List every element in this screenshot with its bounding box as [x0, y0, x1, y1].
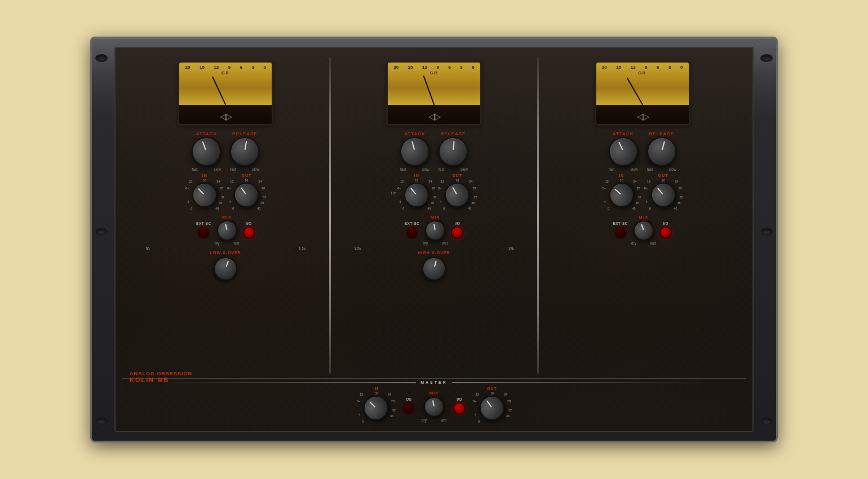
inout-row-high: IN 16 24 28 32 36 40 12 8– 4 — [542, 174, 742, 212]
high-vu-meter: 20 15 12 9 6 3 0 GR — [595, 61, 690, 126]
inout-mid: IN 16 24 28 32 36 40 12 8– — [397, 174, 477, 212]
out-label-mid: OUT — [452, 174, 462, 178]
out-knob-mid[interactable] — [440, 178, 474, 212]
os-label: OS — [406, 397, 411, 401]
mix-knob-high[interactable] — [631, 218, 657, 243]
master-out-knob[interactable] — [475, 391, 509, 425]
main-panel: 20 15 12 9 6 3 0 GR — [114, 47, 754, 432]
io-group-high: I/O — [659, 221, 672, 239]
master-dry-wet: dry wet — [422, 418, 446, 422]
mid-vu-meter: 20 15 12 9 6 3 0 GR — [386, 61, 482, 126]
attack-release-row-low: ATTACK fast slow RELEASE fast — [192, 131, 259, 171]
attack-speed-high: fast slow — [609, 167, 638, 171]
vu-scale-high: 20 15 12 9 6 3 0 — [601, 65, 684, 70]
master-controls: IN 16 24 28 32 36 12 8– 4 0 — [356, 387, 512, 425]
master-out-scale: 16 24 28 32 36 12 8– 4 0 — [475, 391, 510, 425]
mix-knob-low[interactable] — [215, 218, 240, 243]
io-button-low[interactable] — [243, 227, 255, 239]
release-label-high: RELEASE — [649, 131, 674, 136]
os-group: OS — [402, 397, 415, 415]
master-mix-group: MIX dry wet — [422, 391, 446, 422]
release-group-mid: RELEASE fast slow — [439, 131, 468, 171]
io-button-high[interactable] — [659, 227, 672, 239]
attack-group-high: ATTACK fast slow — [609, 131, 638, 171]
xover-knob-low[interactable] — [210, 254, 241, 284]
dry-wet-mid: dry wet — [423, 241, 448, 245]
attack-knob-high[interactable] — [604, 132, 643, 171]
release-label-mid: RELEASE — [441, 131, 466, 136]
xover-mid: 1.2k 12k HIGH X-OVER — [334, 247, 534, 283]
out-knob-group-mid: OUT 16 24 28 32 36 40 12 8– — [437, 174, 477, 212]
attack-knob-mid[interactable] — [397, 134, 433, 170]
rack-unit: 20 15 12 9 6 3 0 GR — [90, 37, 778, 442]
mix-group-low: MIX dry wet — [215, 215, 240, 245]
attack-release-row-mid: ATTACK fast slow RELEASE fast — [400, 131, 468, 171]
master-label: MASTER — [420, 380, 448, 384]
extsc-label-low: EXT-SC — [196, 221, 211, 225]
mix-knob-mid[interactable] — [423, 219, 447, 242]
io-label-high: I/O — [663, 221, 668, 225]
rack-hole-br — [760, 417, 773, 425]
io-button-mid[interactable] — [451, 227, 463, 239]
mix-group-mid: MIX dry wet — [423, 215, 448, 245]
master-line-left — [158, 382, 416, 383]
branding: ANALOG OBSESSION KOLIN MB — [130, 371, 192, 383]
in-knob-low[interactable] — [187, 178, 222, 212]
os-button[interactable] — [402, 402, 415, 415]
mix-label-low: MIX — [222, 215, 232, 220]
in-scale-ring-mid: 16 24 28 32 36 40 12 8– 4 0 — [399, 178, 434, 212]
io-group-low: I/O — [243, 221, 255, 239]
vu-needle-mid — [423, 76, 434, 105]
io-label-low: I/O — [246, 221, 251, 225]
in-knob-high[interactable] — [604, 178, 639, 212]
out-scale-ring-high: 16 24 28 32 36 40 12 8– 4 0 — [646, 178, 681, 212]
in-label-high: IN — [619, 174, 624, 178]
master-in-label: IN — [374, 387, 379, 391]
release-knob-low[interactable] — [228, 135, 262, 168]
out-knob-group-low: OUT 16 24 28 32 36 40 12 8– 4 — [227, 174, 266, 212]
xover-knob-mid[interactable] — [419, 254, 448, 283]
out-knob-group-high: OUT 16 24 28 32 36 40 12 8– 4 — [644, 174, 683, 212]
io-group-mid: I/O — [451, 221, 463, 239]
master-io-label: I/O — [457, 397, 462, 401]
rack-hole-tl — [95, 54, 108, 62]
master-out-label: OUT — [487, 387, 497, 391]
dry-wet-high: dry wet — [631, 241, 656, 245]
xover-label-low: LOW X-OVER — [210, 251, 241, 255]
extsc-group-high: EXT-SC — [613, 221, 627, 239]
attack-group-low: ATTACK fast slow — [192, 131, 221, 171]
release-knob-high[interactable] — [644, 134, 680, 170]
release-speed-labels-low: fast slow — [230, 167, 259, 171]
mix-group-high: MIX dry wet — [631, 215, 656, 245]
out-knob-high[interactable] — [646, 178, 681, 212]
release-knob-mid[interactable] — [437, 136, 469, 167]
master-header: MASTER — [158, 380, 709, 384]
vu-gr-label-mid: GR — [430, 71, 439, 75]
master-in-knob[interactable] — [358, 391, 393, 425]
in-label-mid: IN — [414, 174, 419, 178]
master-mix-knob[interactable] — [422, 395, 446, 419]
vu-scale-low: 20 15 12 9 6 3 0 — [184, 65, 268, 70]
vu-scale-mid: 20 15 12 9 6 3 0 — [392, 65, 476, 70]
vu-arrows-low: ◁▷ — [220, 111, 231, 122]
master-in-group: IN 16 24 28 32 36 12 8– 4 0 — [356, 387, 396, 425]
extsc-button-low[interactable] — [197, 227, 210, 239]
rack-hole-tr — [760, 54, 773, 62]
extsc-button-mid[interactable] — [406, 227, 418, 239]
master-mix-label: MIX — [429, 391, 439, 396]
release-group-high: RELEASE fast slow — [647, 131, 676, 171]
master-in-scale: 16 24 28 32 36 12 8– 4 0 — [358, 391, 393, 425]
in-knob-group-mid: IN 16 24 28 32 36 40 12 8– — [397, 174, 436, 212]
extsc-button-high[interactable] — [614, 227, 627, 239]
mid-band: 20 15 12 9 6 3 0 GR — [331, 52, 538, 378]
out-knob-low[interactable] — [229, 178, 264, 212]
in-knob-mid[interactable] — [399, 178, 434, 212]
xover-label-mid: HIGH X-OVER — [418, 251, 450, 255]
low-vu-meter: 20 15 12 9 6 3 0 GR — [178, 61, 273, 126]
out-label-high: OUT — [658, 174, 668, 178]
brand-name: ANALOG OBSESSION — [130, 371, 192, 376]
rack-hole-mr — [760, 228, 773, 236]
xover-range-low: 50 1.2k — [145, 247, 305, 251]
attack-knob-low[interactable] — [188, 133, 225, 171]
master-io-button[interactable] — [453, 402, 466, 415]
